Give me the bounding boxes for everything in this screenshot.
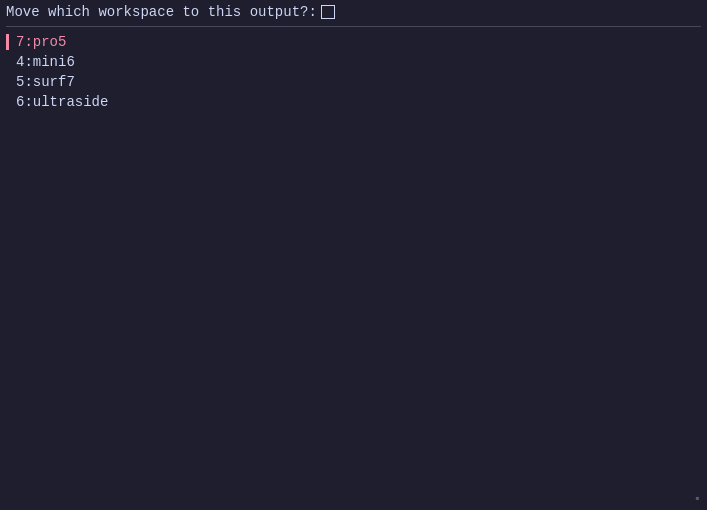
input-box[interactable] bbox=[321, 5, 335, 19]
bottom-indicator: ▪ bbox=[694, 492, 701, 506]
header-line: Move which workspace to this output?: bbox=[6, 4, 701, 20]
workspace-label: 7:pro5 bbox=[16, 34, 66, 50]
workspace-list: 7:pro54:mini65:surf76:ultraside bbox=[6, 33, 701, 111]
workspace-item[interactable]: 6:ultraside bbox=[6, 93, 701, 111]
workspace-label: 5:surf7 bbox=[16, 74, 75, 90]
workspace-item[interactable]: 5:surf7 bbox=[6, 73, 701, 91]
terminal-container: Move which workspace to this output?: 7:… bbox=[0, 0, 707, 510]
divider bbox=[6, 26, 701, 27]
workspace-item[interactable]: 4:mini6 bbox=[6, 53, 701, 71]
workspace-item[interactable]: 7:pro5 bbox=[6, 33, 701, 51]
workspace-label: 6:ultraside bbox=[16, 94, 108, 110]
workspace-label: 4:mini6 bbox=[16, 54, 75, 70]
header-prompt: Move which workspace to this output?: bbox=[6, 4, 317, 20]
